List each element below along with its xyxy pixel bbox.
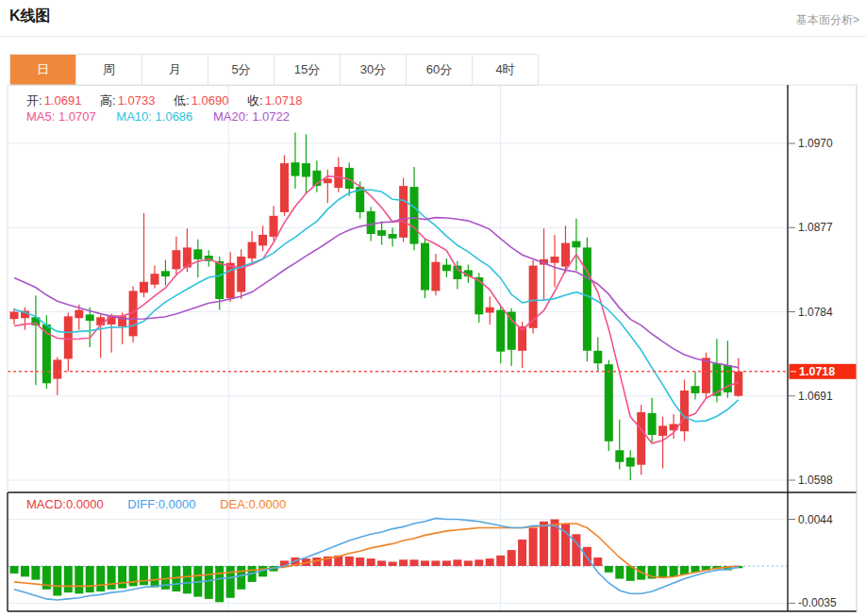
diff-value: 0.0000 [158,497,196,511]
dea-value: 0.0000 [249,497,287,511]
svg-text:1.0877: 1.0877 [798,221,833,234]
macd-legend: MACD:0.0000 DIFF:0.0000 DEA:0.0000 [26,497,307,511]
svg-text:0.0044: 0.0044 [798,513,833,526]
ma10-label: MA10: [116,109,152,124]
svg-text:1.0598: 1.0598 [798,474,833,487]
high-value: 1.0733 [118,93,156,108]
ma20-label: MA20: [213,109,249,124]
svg-text:1.0784: 1.0784 [798,306,833,319]
svg-text:1.0970: 1.0970 [798,137,833,150]
open-value: 1.0691 [44,93,82,108]
high-label: 高: [100,93,116,108]
ma5-label: MA5: [26,109,55,124]
low-value: 1.0690 [192,93,229,108]
open-label: 开: [26,93,42,108]
macd-label: MACD: [26,497,66,511]
svg-text:1.0718: 1.0718 [799,365,835,378]
macd-value: 0.0000 [66,497,104,511]
dea-label: DEA: [220,497,248,511]
ma-legend: MA5: 1.0707 MA10: 1.0686 MA20: 1.0722 [26,109,307,124]
ma10-value: 1.0686 [156,109,193,124]
close-value: 1.0718 [265,93,303,108]
close-label: 收: [247,93,263,108]
ma20-value: 1.0722 [252,109,290,124]
ma5-value: 1.0707 [58,109,96,124]
svg-text:-0.0035: -0.0035 [798,596,837,609]
low-label: 低: [174,93,190,108]
ohlc-legend: 开:1.0691 高:1.0733 低:1.0690 收:1.0718 [26,92,317,109]
svg-text:1.0691: 1.0691 [798,390,833,403]
diff-label: DIFF: [127,497,158,511]
